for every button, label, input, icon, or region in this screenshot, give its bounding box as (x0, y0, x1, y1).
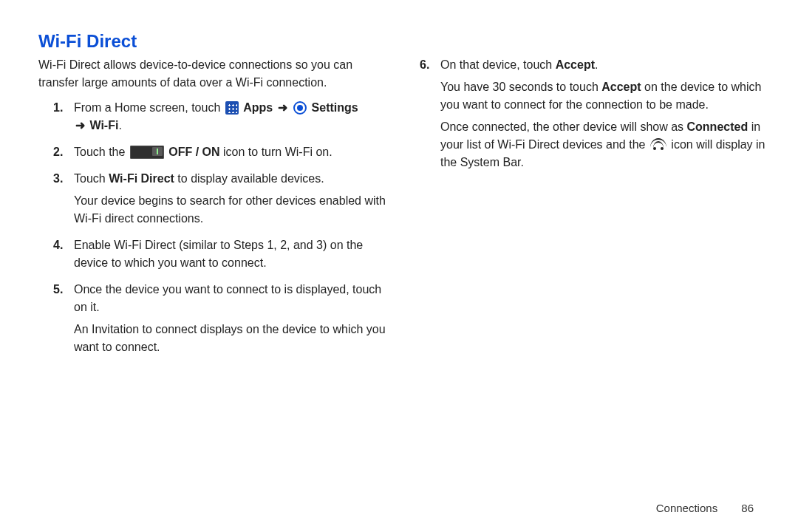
step-3-pre: Touch (74, 172, 109, 185)
wifi-label: Wi-Fi (89, 119, 118, 132)
page: Wi-Fi Direct Wi-Fi Direct allows device-… (0, 0, 798, 532)
step-2: 2. Touch the OFF / ON icon to turn Wi-Fi… (53, 143, 390, 170)
step-number: 2. (53, 143, 63, 161)
settings-label: Settings (312, 101, 358, 114)
settings-icon (293, 101, 307, 115)
section-title: Wi-Fi Direct (38, 31, 771, 52)
step-number: 1. (53, 99, 63, 117)
wifi-direct-icon (650, 138, 666, 151)
footer-section: Connections (656, 502, 717, 514)
step-6-sub1-pre: You have 30 seconds to touch (440, 81, 601, 93)
toggle-off-on-icon (130, 146, 164, 159)
column-right: 6. On that device, touch Accept. You hav… (420, 56, 771, 365)
step-list-right: 6. On that device, touch Accept. You hav… (420, 56, 771, 180)
off-on-label: OFF / ON (168, 146, 219, 158)
step-number: 6. (420, 56, 429, 74)
step-6-sub2: Once connected, the other device will sh… (440, 118, 771, 171)
column-left: Wi-Fi Direct allows device-to-device con… (38, 56, 390, 365)
footer-page-number: 86 (741, 502, 754, 514)
step-1-text: From a Home screen, touch Apps ➜ Setting… (74, 101, 358, 132)
accept-label: Accept (556, 58, 595, 71)
step-number: 3. (53, 170, 63, 188)
step-5: 5. Once the device you want to connect t… (53, 281, 390, 365)
intro-text: Wi-Fi Direct allows device-to-device con… (38, 56, 390, 92)
step-list-left: 1. From a Home screen, touch Apps ➜ Sett… (53, 99, 390, 365)
connected-label: Connected (687, 120, 748, 133)
apps-label: Apps (243, 101, 273, 114)
step-6: 6. On that device, touch Accept. You hav… (420, 56, 771, 180)
step-6-pre: On that device, touch (440, 58, 556, 71)
step-3: 3. Touch Wi-Fi Direct to display availab… (53, 170, 390, 236)
step-number: 5. (53, 281, 63, 299)
step-1-pre: From a Home screen, touch (74, 101, 224, 114)
step-2-pre: Touch the (74, 146, 129, 158)
step-6-text: On that device, touch Accept. (440, 58, 598, 71)
apps-icon (225, 101, 239, 115)
content-columns: Wi-Fi Direct allows device-to-device con… (38, 56, 771, 365)
step-1: 1. From a Home screen, touch Apps ➜ Sett… (53, 99, 390, 143)
step-number: 4. (53, 236, 63, 254)
step-4: 4. Enable Wi-Fi Direct (similar to Steps… (53, 236, 390, 281)
arrow-icon: ➜ (276, 101, 289, 114)
step-4-text: Enable Wi-Fi Direct (similar to Steps 1,… (74, 239, 363, 269)
step-3-post: to display available devices. (174, 172, 324, 185)
step-2-post: icon to turn Wi-Fi on. (223, 146, 332, 158)
period: . (595, 58, 598, 71)
arrow-icon: ➜ (74, 119, 86, 132)
step-6-sub2-pre: Once connected, the other device will sh… (440, 120, 687, 133)
wifi-direct-label: Wi-Fi Direct (109, 172, 174, 185)
step-5-text: Once the device you want to connect to i… (74, 283, 381, 313)
accept-label-2: Accept (601, 81, 641, 93)
period: . (118, 119, 121, 132)
page-footer: Connections 86 (656, 502, 754, 514)
step-6-sub1: You have 30 seconds to touch Accept on t… (440, 78, 771, 114)
step-3-text: Touch Wi-Fi Direct to display available … (74, 172, 324, 185)
step-3-sub: Your device begins to search for other d… (74, 192, 390, 228)
step-2-text: Touch the OFF / ON icon to turn Wi-Fi on… (74, 146, 332, 158)
step-5-sub: An Invitation to connect displays on the… (74, 321, 390, 356)
